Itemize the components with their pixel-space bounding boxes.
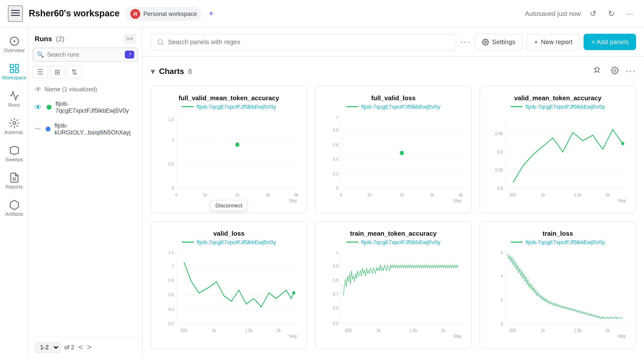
workspace-avatar: R: [130, 9, 140, 19]
disconnect-tooltip: Disconnect: [210, 200, 248, 211]
chart-title-4: valid_loss: [159, 230, 299, 237]
runs-panel-collapse[interactable]: >>: [123, 34, 136, 44]
undo-button[interactable]: ↺: [587, 7, 599, 20]
workspace-label: Personal workspace: [144, 10, 197, 17]
panels-search-input[interactable]: [168, 38, 450, 46]
list-view-button[interactable]: ☰: [33, 66, 48, 78]
chart-title-6: train_loss: [488, 230, 628, 237]
grid-view-button[interactable]: ⊞: [50, 66, 65, 78]
runs-header: Runs (2) >>: [29, 28, 142, 48]
topbar: Rsher60's workspace R Personal workspace…: [0, 0, 644, 28]
svg-text:0.9: 0.9: [497, 150, 503, 154]
sidebar-item-workspace[interactable]: Workspace: [1, 59, 27, 84]
run-item-2[interactable]: 〜 ftjob-kURGtOLY...bsiqi6N5OhXayj: [29, 118, 142, 140]
sidebar-item-sweeps[interactable]: Sweeps: [1, 141, 27, 166]
runs-section-name: 👁 Name (1 visualized): [29, 82, 142, 96]
search-runs-input[interactable]: [33, 48, 138, 62]
svg-rect-7: [10, 69, 14, 73]
charts-collapse-button[interactable]: ▾: [150, 66, 155, 77]
chart-card-2: full_valid_loss ftjob-7qcgE7xpctFJf5lkbE…: [315, 86, 472, 213]
chart-area-2: 0 0.2 0.4 0.6 0.8 1 0 1k 2k 3k 4k: [324, 116, 463, 205]
svg-text:Step: Step: [289, 198, 297, 203]
app-container: Rsher60's workspace R Personal workspace…: [0, 0, 644, 358]
svg-point-49: [400, 151, 404, 155]
chart-area-5: 1 0.9 0.8 0.7 0.6 0.5 500 1k 1.5k 2k Ste: [324, 251, 463, 340]
svg-text:1.2: 1.2: [168, 251, 174, 255]
svg-point-30: [235, 142, 239, 147]
add-panels-button[interactable]: + Add panels: [584, 34, 636, 50]
main-layout: Overview Workspace Runs: [0, 28, 644, 358]
svg-text:0.8: 0.8: [333, 278, 338, 283]
charts-settings-button[interactable]: [608, 65, 622, 78]
svg-text:Step: Step: [618, 198, 626, 203]
svg-text:Step: Step: [453, 334, 462, 339]
svg-text:500: 500: [180, 328, 187, 333]
svg-text:0.8: 0.8: [168, 278, 174, 283]
svg-text:0.2: 0.2: [168, 321, 174, 326]
sidebar-item-reports[interactable]: Reports: [1, 168, 27, 194]
chart-title-2: full_valid_loss: [324, 94, 463, 102]
filter-button[interactable]: .*: [124, 51, 134, 59]
settings-button[interactable]: Settings: [475, 34, 523, 50]
svg-text:0.6: 0.6: [168, 292, 174, 297]
legend-line-2: [346, 106, 358, 107]
charts-title: Charts: [159, 67, 184, 76]
chart-area-6: 6 4 2 0 500 1k 1.5k 2k Step: [488, 251, 628, 340]
run-name-2: ftjob-kURGtOLY...bsiqi6N5OhXayj: [54, 122, 136, 136]
more-options-button[interactable]: ···: [624, 7, 636, 20]
svg-text:1: 1: [172, 263, 174, 268]
svg-text:1: 1: [172, 137, 174, 142]
content-toolbar: ··· Settings + New report + Add panels: [143, 28, 644, 57]
sort-button[interactable]: ⇅: [67, 66, 82, 78]
autosaved-label: Autosaved just now: [525, 10, 581, 17]
sidebar-label-runs: Runs: [8, 102, 20, 108]
svg-rect-2: [11, 15, 20, 16]
svg-text:1k: 1k: [367, 193, 372, 198]
svg-text:0.5: 0.5: [333, 321, 338, 326]
runs-name-label: Name (1 visualized): [44, 86, 97, 93]
runs-footer: 1-2 of 2 < >: [29, 336, 142, 358]
redo-button[interactable]: ↻: [605, 7, 618, 20]
sidebar-item-overview[interactable]: Overview: [1, 32, 27, 57]
chart-legend-5: ftjob-7qcgE7xpctFJf5lkbEwj5V0y: [324, 239, 463, 245]
page-select[interactable]: 1-2: [35, 342, 60, 353]
workspace-badge[interactable]: R Personal workspace: [126, 7, 202, 21]
new-report-button[interactable]: + New report: [527, 34, 580, 50]
toolbar-more-button[interactable]: ···: [460, 37, 471, 47]
prev-page-button[interactable]: <: [78, 343, 83, 352]
sidebar-item-artifacts[interactable]: Artifacts: [1, 196, 27, 221]
of-label: of 2: [64, 344, 74, 351]
sparkle-icon: ✦: [208, 9, 214, 18]
svg-text:4k: 4k: [294, 193, 298, 198]
next-page-button[interactable]: >: [87, 343, 92, 352]
svg-text:4k: 4k: [458, 193, 463, 198]
sidebar-item-automat[interactable]: Automat.: [1, 114, 27, 139]
svg-rect-1: [11, 13, 20, 14]
svg-text:0.6: 0.6: [333, 306, 338, 311]
legend-line-1: [182, 106, 194, 107]
pin-icon: [593, 67, 601, 74]
svg-text:0.95: 0.95: [495, 131, 503, 136]
overview-icon: [9, 36, 20, 47]
svg-text:0.85: 0.85: [495, 167, 503, 172]
svg-text:0.8: 0.8: [333, 128, 338, 133]
run-item-1[interactable]: 👁 ftjob-7qcgE7xpctFJf5lkbEwj5V0y: [29, 96, 142, 118]
svg-text:0.5: 0.5: [168, 162, 174, 167]
chart-svg-5: 1 0.9 0.8 0.7 0.6 0.5 500 1k 1.5k 2k Ste: [324, 251, 463, 340]
runs-title: Runs (2): [35, 35, 64, 43]
chart-legend-3: ftjob-7qcgE7xpctFJf5lkbEwj5V0y: [488, 104, 628, 110]
chart-svg-4: 0.2 0.4 0.6 0.8 1 1.2 500 1k 1.5k 2k Ste: [159, 251, 299, 340]
menu-button[interactable]: [8, 6, 23, 22]
charts-more-button[interactable]: ···: [626, 66, 636, 76]
sidebar-label-sweeps: Sweeps: [5, 157, 23, 162]
svg-text:0.4: 0.4: [168, 307, 174, 312]
charts-pin-button[interactable]: [590, 65, 604, 78]
runs-icon: [9, 90, 20, 101]
svg-text:2k: 2k: [441, 328, 445, 333]
add-panels-label: + Add panels: [591, 38, 629, 46]
sidebar-item-runs[interactable]: Runs: [1, 86, 27, 112]
svg-text:2k: 2k: [606, 328, 610, 333]
svg-text:1k: 1k: [376, 328, 380, 333]
chart-area-3: 0.8 0.85 0.9 0.95 500 1k 1.5k 2k Step: [488, 116, 628, 205]
svg-text:2k: 2k: [400, 193, 404, 198]
